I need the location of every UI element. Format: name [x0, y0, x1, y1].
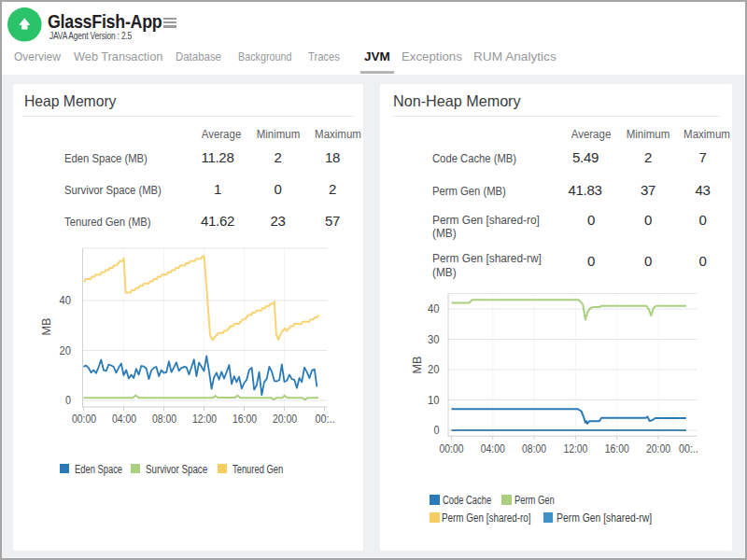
svg-text:00:..: 00:.. — [679, 442, 698, 455]
svg-text:30: 30 — [428, 333, 440, 346]
svg-text:12:00: 12:00 — [563, 442, 587, 455]
svg-text:0: 0 — [434, 424, 440, 437]
svg-text:04:00: 04:00 — [481, 442, 505, 455]
svg-text:00:00: 00:00 — [440, 442, 464, 455]
svg-text:16:00: 16:00 — [233, 413, 257, 426]
svg-text:04:00: 04:00 — [112, 413, 136, 426]
svg-text:00:..: 00:.. — [316, 413, 335, 426]
svg-text:MB: MB — [40, 318, 53, 336]
svg-text:20: 20 — [428, 363, 440, 376]
svg-text:40: 40 — [428, 302, 440, 315]
svg-text:40: 40 — [60, 294, 72, 307]
svg-text:0: 0 — [65, 394, 71, 407]
svg-text:10: 10 — [428, 394, 440, 407]
svg-text:20: 20 — [60, 344, 72, 357]
svg-text:08:00: 08:00 — [522, 442, 546, 455]
svg-text:MB: MB — [411, 357, 424, 374]
svg-text:16:00: 16:00 — [605, 442, 629, 455]
svg-text:20:00: 20:00 — [646, 442, 670, 455]
svg-text:20:00: 20:00 — [273, 413, 297, 426]
svg-text:12:00: 12:00 — [192, 413, 217, 426]
svg-text:00:00: 00:00 — [72, 413, 96, 426]
svg-text:08:00: 08:00 — [152, 413, 176, 426]
